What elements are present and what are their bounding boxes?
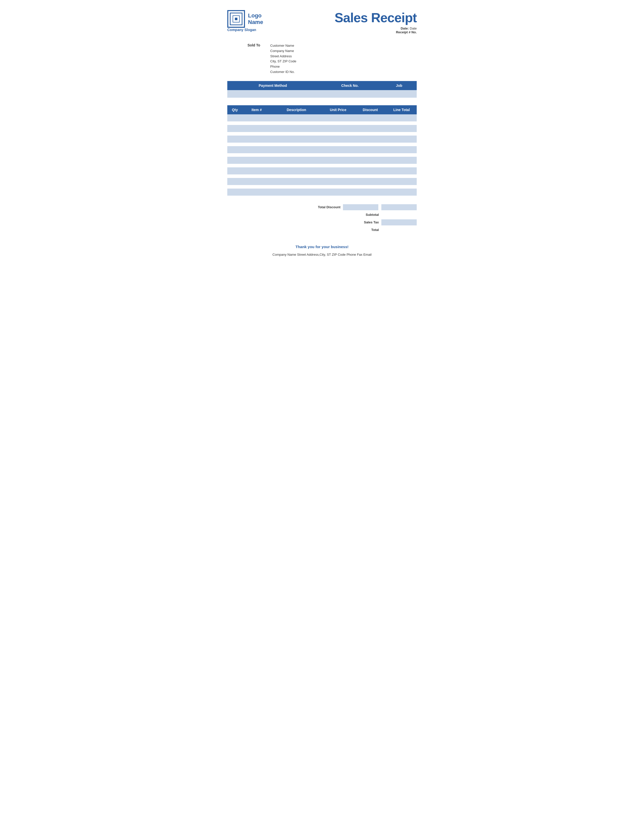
receipt-number: Receipt # No. [396, 30, 417, 34]
sold-to-details: Customer Name Company Name Street Addres… [270, 43, 296, 75]
table-spacer-cell [227, 121, 242, 125]
table-spacer-cell [386, 174, 417, 178]
sold-to-section: Sold To Customer Name Company Name Stree… [248, 43, 417, 75]
qty-header: Qty [227, 105, 242, 114]
table-cell [322, 114, 354, 121]
table-spacer-cell [354, 196, 386, 199]
discount-header: Discount [354, 105, 386, 114]
table-cell [242, 135, 271, 143]
table-cell [386, 157, 417, 164]
table-row [227, 146, 417, 153]
table-cell [386, 114, 417, 121]
table-spacer-cell [242, 174, 271, 178]
table-cell [242, 125, 271, 132]
logo-area: Logo Name [227, 10, 263, 28]
table-spacer-cell [322, 143, 354, 146]
table-spacer-cell [386, 132, 417, 135]
total-discount-row: Total Discount [310, 204, 417, 210]
table-cell [227, 167, 242, 174]
table-spacer-cell [271, 121, 322, 125]
customer-id: Customer ID No. [270, 69, 296, 75]
table-spacer-cell [271, 143, 322, 146]
table-spacer-cell [322, 174, 354, 178]
table-spacer-cell [271, 164, 322, 167]
table-cell [386, 125, 417, 132]
table-spacer-cell [354, 164, 386, 167]
table-cell [386, 188, 417, 196]
table-cell [322, 157, 354, 164]
subtotal-row: Subtotal [349, 212, 417, 218]
table-row [227, 114, 417, 121]
table-spacer-cell [386, 153, 417, 157]
table-cell [354, 178, 386, 185]
job-header: Job [382, 81, 417, 90]
table-spacer-cell [354, 153, 386, 157]
table-spacer-cell [227, 185, 242, 188]
table-cell [354, 125, 386, 132]
total-row: Total [349, 227, 417, 233]
totals-section: Total Discount Subtotal Sales Tax Total [227, 204, 417, 235]
table-row [227, 167, 417, 174]
table-spacer-row [227, 185, 417, 188]
table-spacer-cell [242, 164, 271, 167]
table-spacer-cell [227, 132, 242, 135]
table-spacer-cell [227, 143, 242, 146]
street-address: Street Address [270, 54, 296, 59]
total-label: Total [349, 228, 382, 232]
unit-price-header: Unit Price [322, 105, 354, 114]
table-cell [386, 167, 417, 174]
table-cell [271, 125, 322, 132]
table-spacer-cell [386, 164, 417, 167]
total-box [382, 227, 417, 233]
table-cell [242, 167, 271, 174]
table-cell [354, 114, 386, 121]
table-spacer-cell [271, 153, 322, 157]
payment-table: Payment Method Check No. Job [227, 81, 417, 98]
table-spacer-cell [354, 132, 386, 135]
table-spacer-cell [322, 153, 354, 157]
table-cell [354, 157, 386, 164]
date-label: Date: [401, 26, 409, 30]
table-spacer-cell [227, 196, 242, 199]
customer-name: Customer Name [270, 43, 296, 48]
table-cell [271, 146, 322, 153]
table-spacer-cell [322, 132, 354, 135]
city-state-zip: City, ST ZIP Code [270, 59, 296, 64]
table-spacer-cell [322, 185, 354, 188]
table-spacer-row [227, 174, 417, 178]
logo-icon [227, 10, 245, 28]
payment-method-header: Payment Method [227, 81, 319, 90]
date-area: Date: Date Receipt # No. [396, 25, 417, 34]
item-header: Item # [242, 105, 271, 114]
table-spacer-row [227, 143, 417, 146]
table-spacer-cell [322, 196, 354, 199]
table-spacer-cell [354, 143, 386, 146]
table-cell [322, 188, 354, 196]
table-row [227, 188, 417, 196]
table-cell [386, 146, 417, 153]
table-spacer-cell [242, 143, 271, 146]
table-spacer-cell [242, 185, 271, 188]
date-value: Date [410, 26, 417, 30]
table-spacer-cell [271, 132, 322, 135]
table-cell [322, 167, 354, 174]
table-cell [242, 114, 271, 121]
table-spacer-cell [242, 153, 271, 157]
table-cell [386, 178, 417, 185]
table-cell [242, 188, 271, 196]
table-cell [227, 178, 242, 185]
items-table: Qty Item # Description Unit Price Discou… [227, 105, 417, 199]
table-spacer-row [227, 153, 417, 157]
table-cell [354, 146, 386, 153]
table-cell [322, 125, 354, 132]
table-row [227, 135, 417, 143]
table-cell [271, 114, 322, 121]
table-cell [271, 167, 322, 174]
table-spacer-cell [227, 174, 242, 178]
table-spacer-row [227, 121, 417, 125]
table-cell [271, 157, 322, 164]
table-spacer-cell [242, 132, 271, 135]
table-spacer-cell [242, 196, 271, 199]
footer-contact: Company Name Street Address,City, ST ZIP… [227, 252, 417, 256]
check-no-header: Check No. [319, 81, 382, 90]
